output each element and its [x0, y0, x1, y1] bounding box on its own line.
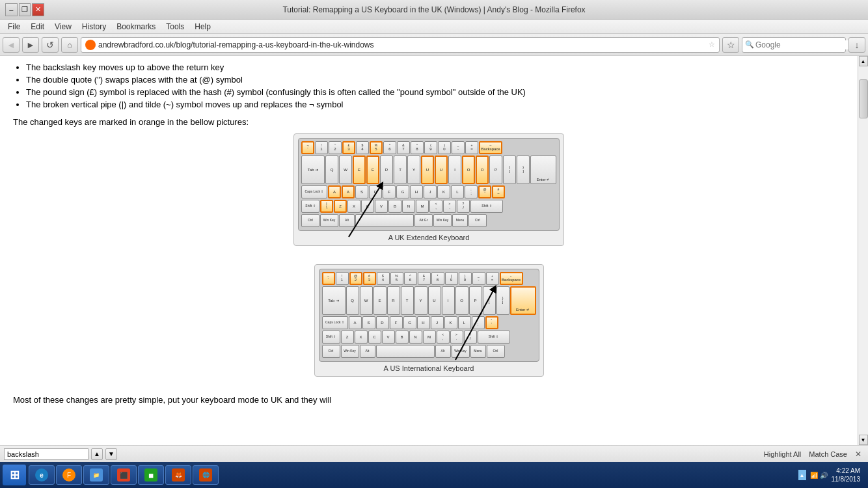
menu-help[interactable]: Help	[189, 21, 216, 33]
tray-icons: 📶 🔊	[810, 472, 828, 479]
k-d: D	[369, 185, 382, 198]
k2-z: Z	[341, 331, 354, 344]
scroll-up-button[interactable]: ▲	[859, 56, 868, 66]
nav-arrow-button[interactable]: ↓	[848, 37, 865, 53]
favicon	[85, 40, 96, 50]
menu-view[interactable]: View	[49, 21, 77, 33]
k-6: ^6	[383, 141, 396, 154]
menu-tools[interactable]: Tools	[161, 21, 189, 33]
k-k: K	[437, 185, 450, 198]
k-enter: Enter ↵	[530, 156, 556, 184]
k2-j: J	[431, 316, 444, 329]
menu-bookmarks[interactable]: Bookmarks	[111, 21, 161, 33]
k2-m: M	[423, 331, 436, 344]
k-t: T	[394, 156, 407, 184]
forward-button[interactable]: ►	[22, 37, 39, 53]
k-quote: @'	[478, 185, 491, 198]
content-area: The backslash key moves up to above the …	[0, 56, 858, 445]
k-ctrl-right: Ctrl	[468, 214, 487, 227]
k-2: "2	[329, 141, 342, 154]
taskbar-app-6[interactable]: 🦊	[165, 465, 191, 485]
k-a: A	[328, 185, 341, 198]
tray-volume-icon: 🔊	[820, 472, 828, 479]
taskbar-app-5[interactable]: ◼	[138, 465, 164, 485]
k-altgr: Alt Gr	[414, 214, 433, 227]
keyboard2-box: ~` !1 @2 #3 $4 %5 ^6 &7 *8 (9 )0 _-	[314, 264, 544, 377]
k2-rbracket: }]	[496, 286, 509, 315]
bottom-text: Most of these changes are pretty simple,…	[13, 395, 845, 405]
k-semicolon: :;	[465, 185, 478, 198]
close-button[interactable]: ✕	[32, 3, 44, 16]
start-button[interactable]: ⊞	[3, 465, 26, 485]
k2-t: T	[401, 286, 414, 315]
kb1-row4: Shift ⇧ |\ Z X C V B N M <, >. ?/	[301, 200, 556, 213]
k2-semicolon: :;	[472, 316, 485, 329]
scroll-down-button[interactable]: ▼	[859, 435, 868, 445]
k2-e: E	[373, 286, 387, 315]
k2-n: N	[409, 331, 422, 344]
k2-capslock: Caps Lock ⇪	[322, 316, 348, 329]
app7-icon: 🌐	[199, 468, 212, 481]
minimize-button[interactable]: –	[5, 3, 18, 16]
k2-l: L	[458, 316, 471, 329]
taskbar-app-2[interactable]: F	[56, 465, 82, 485]
k2-h: H	[417, 316, 430, 329]
highlight-all-button[interactable]: Highlight All	[761, 450, 804, 458]
k-4: $4	[356, 141, 369, 154]
find-prev-button[interactable]: ▲	[91, 448, 103, 460]
menu-history[interactable]: History	[77, 21, 111, 33]
k-equal: +=	[465, 141, 478, 154]
k-ctrl-left: Ctrl	[301, 214, 319, 227]
k2-comma: <,	[437, 331, 450, 344]
k2-7: &7	[418, 272, 431, 285]
k2-u: U	[428, 286, 441, 315]
k-e1: E	[353, 156, 366, 184]
address-bar-container: ☆	[81, 37, 720, 53]
findbar: ▲ ▼ Highlight All Match Case ✕	[0, 445, 868, 462]
k2-y: Y	[414, 286, 427, 315]
reload-button[interactable]: ↺	[42, 37, 59, 53]
restore-button[interactable]: ❐	[19, 3, 31, 16]
k-l: L	[451, 185, 464, 198]
k-h: H	[410, 185, 423, 198]
k-o2: O	[476, 156, 489, 184]
home-button[interactable]: ⌂	[61, 37, 78, 53]
k2-dot: >.	[450, 331, 463, 344]
taskbar-app-7[interactable]: 🌐	[193, 465, 219, 485]
k2-8: *8	[431, 272, 444, 285]
match-case-button[interactable]: Match Case	[806, 450, 850, 458]
k-8: *8	[411, 141, 424, 154]
taskbar-app-ie[interactable]: e	[29, 465, 55, 485]
k2-b: B	[396, 331, 409, 344]
find-input[interactable]	[4, 448, 88, 460]
menu-edit[interactable]: Edit	[25, 21, 49, 33]
keyboard2: ~` !1 @2 #3 $4 %5 ^6 &7 *8 (9 )0 _-	[319, 269, 539, 362]
back-button[interactable]: ◄	[3, 37, 20, 53]
search-input[interactable]	[755, 40, 853, 49]
k2-v: V	[382, 331, 395, 344]
k-x: X	[347, 200, 360, 213]
menu-file[interactable]: File	[3, 21, 25, 33]
taskbar-app-4[interactable]: ⬛	[111, 465, 137, 485]
k-q: Q	[325, 156, 338, 184]
k2-g: G	[403, 316, 416, 329]
k2-2: @2	[349, 272, 362, 285]
k-b: B	[388, 200, 401, 213]
find-next-button[interactable]: ▼	[105, 448, 117, 460]
bookmark-button[interactable]: ☆	[722, 37, 739, 53]
k2-6: ^6	[404, 272, 417, 285]
address-bar[interactable]	[98, 40, 709, 49]
k2-minus: _-	[472, 272, 485, 285]
k-w: W	[339, 156, 352, 184]
k-s: S	[355, 185, 368, 198]
k-shift-left: Shift ⇧	[301, 200, 319, 213]
k2-9: (9	[445, 272, 458, 285]
bullet-item-2: The double quote (") swaps places with t…	[26, 75, 845, 85]
tray-icon-1-symbol: ▲	[800, 472, 805, 478]
kb1-row5: Ctrl Win Key Alt Alt Gr Win Key Menu Ctr…	[301, 214, 556, 227]
k-u2: U	[435, 156, 448, 184]
scrollbar-thumb[interactable]	[859, 79, 868, 118]
close-find-button[interactable]: ✕	[852, 450, 864, 459]
taskbar-app-3[interactable]: 📁	[83, 465, 109, 485]
kb2-row4: Shift ⇧ Z X C V B N M <, >. ?/ Shift ⇧	[322, 331, 536, 344]
